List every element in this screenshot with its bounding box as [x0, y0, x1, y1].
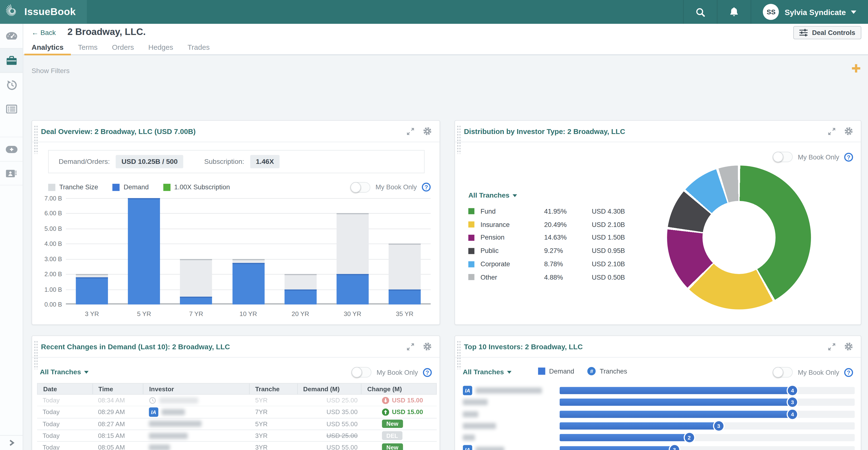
- tab-orders[interactable]: Orders: [104, 40, 141, 54]
- pending-clock-icon: [149, 396, 156, 404]
- all-tranches-dropdown[interactable]: All Tranches: [463, 368, 512, 376]
- demand-bar-fill[interactable]: [560, 422, 719, 429]
- tranches-legend-label: Tranches: [600, 367, 627, 375]
- redacted-investor-name: [463, 435, 475, 441]
- column-header[interactable]: Investor: [144, 384, 250, 394]
- demand-bar-fill[interactable]: [560, 434, 690, 442]
- tab-hedges[interactable]: Hedges: [141, 40, 180, 54]
- donut-chart[interactable]: [667, 165, 811, 310]
- drag-handle-icon[interactable]: [457, 125, 461, 154]
- drag-handle-icon[interactable]: [457, 341, 461, 369]
- legend-row[interactable]: Other4.88%USD 0.50B: [468, 270, 634, 284]
- gear-icon[interactable]: [844, 342, 853, 351]
- tab-trades[interactable]: Trades: [180, 40, 217, 54]
- legend-row[interactable]: Pension14.63%USD 1.50B: [468, 231, 634, 244]
- back-link[interactable]: ← Back: [32, 29, 56, 37]
- spiral-logo-icon: [5, 4, 20, 20]
- caret-down-icon: [84, 371, 89, 373]
- table-row[interactable]: Today08:15 AM3YRUSD 25.00DEL: [37, 430, 437, 442]
- table-row[interactable]: Today08:29 AMIA7YRUSD 35.00USD 15.00: [37, 407, 437, 418]
- expand-icon[interactable]: [828, 343, 836, 351]
- demand-bar-track: 4: [560, 387, 855, 394]
- sidebar-item-history[interactable]: [0, 72, 23, 97]
- help-icon[interactable]: ?: [423, 368, 432, 377]
- all-tranches-dropdown[interactable]: All Tranches: [468, 192, 517, 199]
- sidebar-expand-button[interactable]: [0, 435, 23, 450]
- expand-icon[interactable]: [828, 127, 836, 135]
- legend-row[interactable]: Corporate8.78%USD 2.10B: [468, 258, 634, 270]
- sidebar-item-deals[interactable]: [0, 48, 23, 72]
- column-header[interactable]: Date: [38, 384, 93, 394]
- table-row[interactable]: Today08:05 AM3YRUSD 55.00New: [37, 442, 437, 450]
- demand-bar[interactable]: [284, 289, 316, 304]
- demand-bar[interactable]: [180, 297, 212, 304]
- demand-bar-fill[interactable]: [560, 411, 793, 418]
- legend-row[interactable]: Insurance20.49%USD 2.10B: [468, 218, 634, 231]
- stat-value: USD 10.25B / 500: [116, 155, 183, 168]
- my-book-only-toggle[interactable]: [773, 152, 793, 162]
- legend-row[interactable]: Public9.27%USD 0.95B: [468, 245, 634, 258]
- tab-terms[interactable]: Terms: [71, 40, 104, 54]
- help-icon[interactable]: ?: [844, 368, 853, 377]
- recent-changes-card: Recent Changes in Demand (Last 10): 2 Br…: [32, 335, 440, 450]
- sidebar-item-dashboard[interactable]: [0, 24, 23, 48]
- show-filters-link[interactable]: Show Filters: [32, 67, 70, 75]
- gear-icon[interactable]: [423, 127, 432, 135]
- expand-icon[interactable]: [406, 127, 414, 135]
- table-row[interactable]: Today08:27 AM5YRUSD 55.00New: [37, 418, 437, 430]
- gridline: [66, 229, 431, 229]
- expand-icon[interactable]: [406, 343, 414, 351]
- sidebar-item-orders[interactable]: [0, 97, 23, 121]
- gear-icon[interactable]: [423, 342, 432, 351]
- investor-row[interactable]: 2: [463, 432, 855, 444]
- table-row[interactable]: Today08:34 AM5YRUSD 25.00USD 15.00: [37, 395, 437, 407]
- drag-handle-icon[interactable]: [34, 341, 38, 369]
- deal-controls-button[interactable]: Deal Controls: [793, 26, 862, 39]
- sidebar-item-contacts[interactable]: [0, 161, 23, 186]
- help-icon[interactable]: ?: [844, 153, 853, 161]
- investor-row[interactable]: IA3: [463, 444, 855, 450]
- tab-analytics[interactable]: Analytics: [24, 40, 71, 54]
- user-menu[interactable]: SS Sylvia Syndicate: [751, 0, 868, 24]
- help-icon[interactable]: ?: [422, 183, 431, 192]
- column-header[interactable]: Tranche: [250, 384, 298, 394]
- add-widget-button[interactable]: [851, 64, 861, 73]
- demand-bar-fill[interactable]: [560, 399, 793, 406]
- investor-row[interactable]: 3: [463, 396, 855, 409]
- cell-change: New: [362, 420, 437, 428]
- gear-icon[interactable]: [844, 127, 853, 135]
- column-header[interactable]: Demand (M): [298, 384, 362, 394]
- investor-row[interactable]: IA4: [463, 385, 855, 396]
- investor-name-cell: [463, 399, 560, 405]
- column-header[interactable]: Change (M): [362, 384, 436, 394]
- demand-bar[interactable]: [232, 263, 264, 304]
- app-logo[interactable]: IssueBook: [0, 0, 87, 24]
- cell-time: 08:05 AM: [92, 444, 144, 450]
- investor-row[interactable]: 4: [463, 408, 855, 420]
- legend-row[interactable]: Fund41.95%USD 4.30B: [468, 205, 634, 218]
- user-name: Sylvia Syndicate: [785, 7, 846, 16]
- drag-handle-icon[interactable]: [34, 125, 38, 154]
- demand-bar-fill[interactable]: [560, 387, 793, 394]
- column-header[interactable]: Time: [93, 384, 144, 394]
- distribution-title: Distribution by Investor Type: 2 Broadwa…: [464, 127, 625, 135]
- legend-label: Demand: [124, 183, 149, 191]
- notifications-button[interactable]: [717, 0, 751, 24]
- my-book-only-label: My Book Only: [798, 153, 839, 161]
- cell-investor: [144, 444, 250, 450]
- all-tranches-dropdown[interactable]: All Tranches: [40, 368, 89, 376]
- demand-bar[interactable]: [76, 277, 108, 304]
- legend-label: Public: [480, 247, 544, 255]
- my-book-only-toggle[interactable]: [773, 367, 793, 378]
- search-button[interactable]: [683, 0, 717, 24]
- investor-row[interactable]: 3: [463, 420, 855, 432]
- my-book-only-toggle[interactable]: [352, 367, 372, 378]
- demand-bar[interactable]: [336, 274, 369, 304]
- arrow-down-circle-icon: [382, 396, 389, 404]
- demand-bar[interactable]: [128, 198, 160, 304]
- sidebar-item-add[interactable]: [0, 137, 23, 161]
- demand-bar-fill[interactable]: [560, 446, 675, 450]
- my-book-only-toggle[interactable]: [350, 182, 370, 192]
- demand-bar[interactable]: [389, 289, 421, 304]
- legend-swatch: [468, 248, 474, 254]
